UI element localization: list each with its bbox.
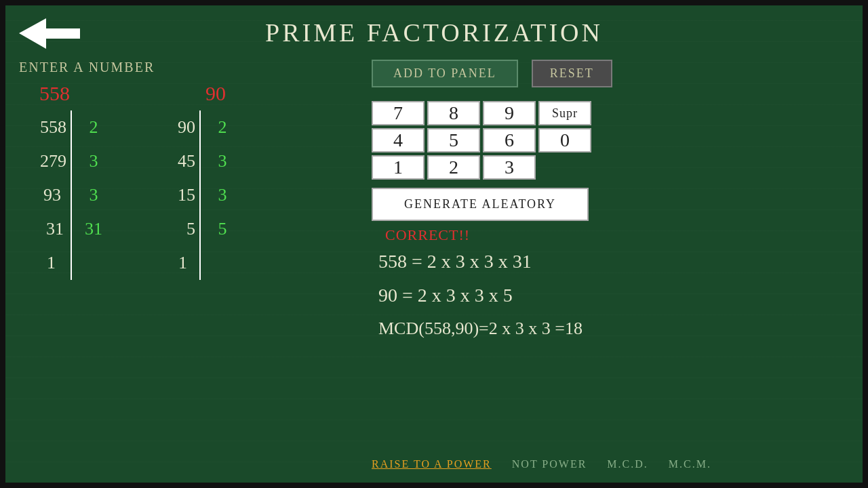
- numpad: 7 8 9 Supr 4 5 6 0 1 2 3: [372, 101, 591, 180]
- tab-mcd[interactable]: M.C.D.: [607, 458, 648, 470]
- formula-mcd: MCD(558,90)=2 x 3 x 3 =18: [378, 319, 849, 339]
- numpad-0[interactable]: 0: [538, 128, 591, 152]
- table1-row2-factor: 3: [73, 151, 114, 171]
- table2-row5-quot: 1: [155, 253, 195, 273]
- correct-label: CORRECT!!: [385, 226, 849, 244]
- table2-row3-quot: 15: [155, 185, 195, 205]
- table1-row4-quot: 31: [19, 219, 66, 239]
- number1-display: 558: [39, 82, 70, 105]
- back-button[interactable]: [19, 15, 80, 55]
- enter-label: ENTER A NUMBER: [19, 60, 385, 75]
- numpad-2[interactable]: 2: [427, 155, 480, 180]
- table2-row4-quot: 5: [155, 219, 195, 239]
- table1-row2-quot: 279: [19, 151, 66, 171]
- table2-row2-quot: 45: [155, 151, 195, 171]
- table1-row3-quot: 93: [19, 185, 66, 205]
- table2-row4-factor: 5: [202, 219, 243, 239]
- reset-button[interactable]: RESET: [532, 60, 612, 87]
- numpad-4[interactable]: 4: [372, 128, 425, 152]
- top-controls: ADD TO PANEL RESET: [372, 60, 849, 87]
- table1-row1-quot: 558: [19, 117, 66, 138]
- tab-raise-to-power[interactable]: RAISE TO A POWER: [372, 458, 492, 470]
- numpad-supr[interactable]: Supr: [538, 101, 591, 125]
- numpad-9[interactable]: 9: [483, 101, 536, 125]
- tab-mcm[interactable]: M.C.M.: [669, 458, 711, 470]
- page-title: PRIME FACTORIZATION: [5, 5, 863, 47]
- table1-row1-factor: 2: [73, 117, 114, 138]
- table2-row3-factor: 3: [202, 185, 243, 205]
- tab-not-power[interactable]: NOT POWER: [512, 458, 587, 470]
- table2-row2-factor: 3: [202, 151, 243, 171]
- table1-row3-factor: 3: [73, 185, 114, 205]
- table2-row1-factor: 2: [202, 117, 243, 138]
- numpad-5[interactable]: 5: [427, 128, 480, 152]
- table1-row4-factor: 31: [73, 219, 114, 239]
- numpad-7[interactable]: 7: [372, 101, 425, 125]
- add-to-panel-button[interactable]: ADD TO PANEL: [372, 60, 518, 87]
- numpad-6[interactable]: 6: [483, 128, 536, 152]
- bottom-tabs: RAISE TO A POWER NOT POWER M.C.D. M.C.M.: [372, 458, 849, 470]
- table2-row1-quot: 90: [155, 117, 195, 138]
- svg-marker-0: [19, 18, 80, 49]
- formula-90: 90 = 2 x 3 x 3 x 5: [378, 285, 849, 306]
- formula-558: 558 = 2 x 3 x 3 x 31: [378, 251, 849, 272]
- number2-display: 90: [205, 82, 226, 105]
- numpad-8[interactable]: 8: [427, 101, 480, 125]
- numpad-3[interactable]: 3: [483, 155, 536, 180]
- table1-row5-quot: 1: [19, 253, 66, 273]
- generate-aleatory-button[interactable]: GENERATE ALEATORY: [372, 188, 589, 221]
- division-table-1: 558 2 279 3 93 3 31 31 1: [19, 110, 127, 280]
- division-table-2: 90 2 45 3 15 3 5 5 1: [155, 110, 263, 280]
- numpad-1[interactable]: 1: [372, 155, 425, 180]
